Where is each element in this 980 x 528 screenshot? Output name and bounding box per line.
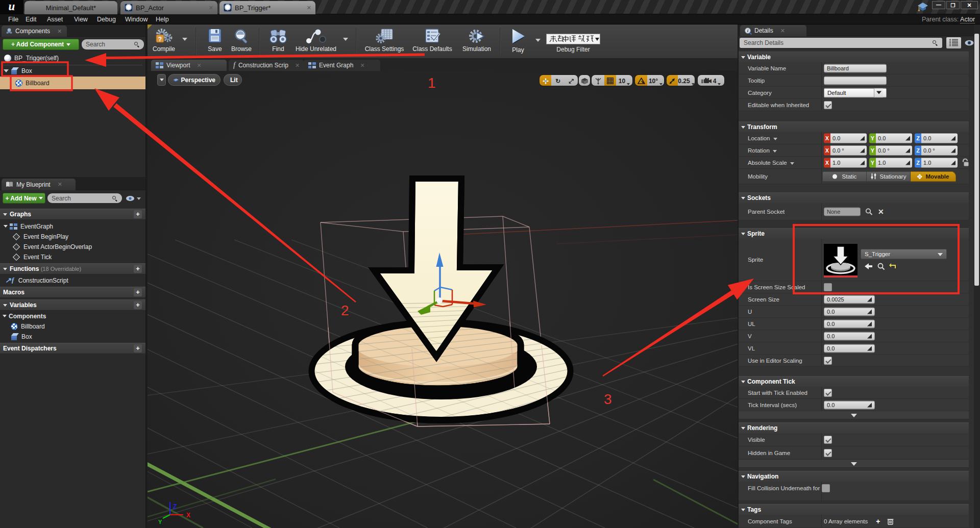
svg-text:?: ?: [158, 36, 162, 43]
svg-text:Z: Z: [173, 503, 177, 510]
svg-text:Y: Y: [158, 519, 162, 525]
svg-text:X: X: [186, 512, 190, 519]
